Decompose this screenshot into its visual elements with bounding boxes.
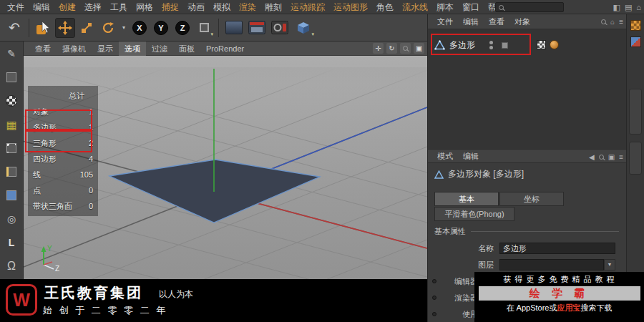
rotate-tool-button[interactable] <box>98 18 118 38</box>
edges-cube-icon <box>6 167 16 177</box>
magnet-tool-button[interactable]: Ω <box>2 257 21 275</box>
menu-file[interactable]: 文件 <box>3 0 29 14</box>
menu-character[interactable]: 角色 <box>372 0 398 14</box>
command-search-input[interactable] <box>495 2 564 12</box>
vp-menu-prorender[interactable]: ProRender <box>200 42 250 56</box>
primitive-cube-button[interactable]: ▾ <box>292 18 315 38</box>
polygons-mode-button[interactable] <box>2 186 21 205</box>
vp-menu-cameras[interactable]: 摄像机 <box>57 42 92 56</box>
home-icon[interactable]: ⌂ <box>610 18 615 26</box>
search-icon[interactable] <box>599 155 604 160</box>
viewport-menubar: 查看 摄像机 显示 选项 过滤 面板 ProRender ✛ ↻ ▣ <box>24 42 427 56</box>
search-icon <box>403 46 408 51</box>
pan-view-icon[interactable]: ✛ <box>373 43 384 54</box>
points-mode-button[interactable] <box>2 139 21 157</box>
om-menu-edit[interactable]: 编辑 <box>458 14 484 29</box>
menu-script[interactable]: 脚本 <box>432 0 458 14</box>
panel-icon[interactable]: ▤ <box>625 3 632 12</box>
am-menu-edit[interactable]: 编辑 <box>458 149 484 164</box>
list-icon[interactable]: ≡ <box>619 153 623 161</box>
model-mode-button[interactable] <box>2 68 21 87</box>
render-settings-button[interactable] <box>269 18 291 38</box>
render-to-picture-viewer-button[interactable] <box>246 18 268 38</box>
om-toolbar-icons: ⌂ ≡ <box>601 14 623 29</box>
workplane-button[interactable]: ▦ <box>2 115 21 134</box>
menu-mograph[interactable]: 运动图形 <box>329 0 372 14</box>
zoom-view-icon[interactable] <box>400 43 411 54</box>
chevron-down-icon[interactable]: ▼ <box>604 259 615 270</box>
vp-menu-options[interactable]: 选项 <box>119 42 146 56</box>
list-icon[interactable]: ≡ <box>619 18 623 26</box>
object-manager-list[interactable]: 多边形 <box>428 29 627 149</box>
vp-menu-display[interactable]: 显示 <box>92 42 119 56</box>
menu-mesh[interactable]: 网格 <box>132 0 157 14</box>
coordinate-system-button[interactable]: ▾ <box>194 18 214 38</box>
menu-select[interactable]: 选择 <box>80 0 106 14</box>
vp-menu-panel[interactable]: 面板 <box>173 42 200 56</box>
tool-history-dropdown-button[interactable]: ▾ <box>119 18 128 38</box>
promo-highlight: 应用宝 <box>557 303 580 312</box>
pen-tool-button[interactable]: ✎ <box>2 44 21 63</box>
material-ball-icon <box>6 95 17 107</box>
z-axis-lock-button[interactable]: Z <box>172 18 192 38</box>
menu-snap[interactable]: 捕捉 <box>157 0 183 14</box>
menu-create[interactable]: 创建 <box>54 0 80 14</box>
home-icon[interactable]: ⌂ <box>636 3 641 11</box>
back-icon[interactable]: ◀ <box>589 153 595 161</box>
render-view-icon <box>225 21 243 34</box>
am-menu-mode[interactable]: 模式 <box>432 149 458 164</box>
menu-pipeline[interactable]: 流水线 <box>398 0 432 14</box>
tab-coordinates[interactable]: 坐标 <box>499 192 564 206</box>
y-axis-lock-button[interactable]: Y <box>151 18 171 38</box>
layer-dropdown[interactable]: ▼ <box>499 259 604 270</box>
am-toolbar-icons: ◀ ▣ ≡ <box>589 150 623 165</box>
vp-menu-filter[interactable]: 过滤 <box>146 42 173 56</box>
menu-motion-tracker[interactable]: 运动跟踪 <box>286 0 329 14</box>
main-toolbar: ↶ ▾ X Y Z ▾ ▾ <box>0 14 427 42</box>
tab-basic[interactable]: 基本 <box>434 192 499 206</box>
vp-menu-view[interactable]: 查看 <box>29 42 57 56</box>
tab-phong[interactable]: 平滑着色(Phong) <box>434 207 514 221</box>
edges-mode-button[interactable] <box>2 162 21 181</box>
stats-row-lines: 线105 <box>33 167 93 182</box>
field-name: 名称 多边形 <box>428 242 627 255</box>
menu-sculpt[interactable]: 雕刻 <box>260 0 286 14</box>
scale-tool-button[interactable] <box>77 18 97 38</box>
uvw-tag-icon[interactable] <box>537 40 546 49</box>
undo-button[interactable]: ↶ <box>4 18 24 38</box>
promo-banner-right: 获 得 更 多 免 费 精 品 教 程 绘 学 霸 在 AppStore或应用宝… <box>474 272 644 322</box>
layout-icon[interactable]: ◧ <box>613 3 620 12</box>
menu-edit[interactable]: 编辑 <box>29 0 54 14</box>
texture-mode-button[interactable] <box>2 92 21 110</box>
live-selection-tool-button[interactable] <box>34 18 54 38</box>
grid-icon[interactable]: ▣ <box>608 153 615 161</box>
name-input[interactable]: 多边形 <box>499 243 615 254</box>
menu-tools[interactable]: 工具 <box>106 0 132 14</box>
menu-simulate[interactable]: 模拟 <box>209 0 235 14</box>
orbit-view-icon[interactable]: ↻ <box>386 43 397 54</box>
search-icon[interactable] <box>601 19 606 24</box>
move-tool-button[interactable] <box>55 18 75 38</box>
dock-tab-2[interactable] <box>629 142 642 175</box>
menu-animate[interactable]: 动画 <box>183 0 209 14</box>
toggle-view-icon[interactable]: ▣ <box>414 43 424 54</box>
material-dock-icon[interactable] <box>630 20 641 31</box>
menubar-utility-icons: ◧ ▤ ⌂ <box>613 0 641 14</box>
render-view-button[interactable] <box>223 18 245 38</box>
menu-render[interactable]: 渲染 <box>235 0 260 14</box>
enable-toggle-icon[interactable] <box>502 42 508 49</box>
texture-axis-button[interactable]: ◎ <box>2 210 21 228</box>
browser-dock-icon[interactable] <box>630 36 641 47</box>
picture-viewer-icon <box>248 21 265 34</box>
axis-modify-button[interactable]: L <box>2 233 21 252</box>
dock-tab-1[interactable] <box>629 89 642 135</box>
object-row-polygon[interactable]: 多边形 <box>434 37 508 53</box>
om-menu-view[interactable]: 查看 <box>484 14 509 29</box>
visibility-dots-icon[interactable] <box>489 41 493 49</box>
phong-tag-icon[interactable] <box>550 40 559 49</box>
x-axis-lock-button[interactable]: X <box>130 18 150 38</box>
menu-window[interactable]: 窗口 <box>458 0 484 14</box>
om-menu-objects[interactable]: 对象 <box>509 14 535 29</box>
om-menu-file[interactable]: 文件 <box>432 14 458 29</box>
object-name[interactable]: 多边形 <box>449 39 475 52</box>
